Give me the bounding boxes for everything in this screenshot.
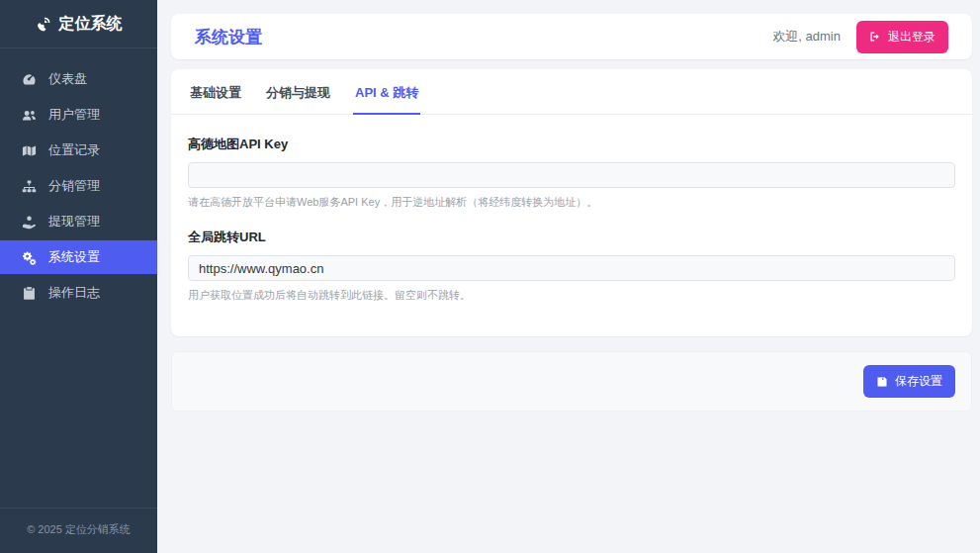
sidebar-item-settings[interactable]: 系统设置	[0, 240, 157, 274]
sidebar-item-label: 系统设置	[48, 248, 100, 266]
save-settings-button[interactable]: 保存设置	[863, 365, 955, 398]
redirect-url-field-group: 全局跳转URL 用户获取位置成功后将自动跳转到此链接。留空则不跳转。	[188, 229, 955, 303]
redirect-url-label: 全局跳转URL	[188, 229, 955, 246]
main-content: 系统设置 欢迎, admin 退出登录 基础设置 分销与提现 API & 跳转 …	[157, 0, 980, 553]
sign-out-icon	[869, 31, 881, 43]
save-icon	[876, 376, 888, 388]
app-logo: 定位系统	[0, 0, 157, 48]
save-button-label: 保存设置	[895, 373, 942, 390]
sidebar-menu: 仪表盘 用户管理 位置记录 分销管理 提现管理 系统设置 操作日志	[0, 48, 157, 507]
hand-holding-coin-icon	[22, 215, 37, 230]
amap-key-field-group: 高德地图API Key 请在高德开放平台申请Web服务API Key，用于逆地址…	[188, 136, 955, 210]
sidebar-item-label: 分销管理	[48, 177, 100, 195]
sidebar-item-label: 提现管理	[48, 213, 100, 230]
form-action-bar: 保存设置	[171, 351, 972, 412]
tab-basic-settings[interactable]: 基础设置	[188, 69, 243, 115]
sidebar-item-dashboard[interactable]: 仪表盘	[0, 62, 157, 96]
settings-tabs: 基础设置 分销与提现 API & 跳转	[171, 69, 972, 115]
gears-icon	[22, 250, 37, 265]
logout-button[interactable]: 退出登录	[856, 21, 948, 53]
redirect-url-help-text: 用户获取位置成功后将自动跳转到此链接。留空则不跳转。	[188, 288, 955, 303]
sidebar-item-withdrawals[interactable]: 提现管理	[0, 205, 157, 238]
logout-button-label: 退出登录	[888, 29, 935, 46]
sidebar-item-logs[interactable]: 操作日志	[0, 276, 157, 310]
redirect-url-input[interactable]	[188, 255, 955, 281]
sitemap-icon	[22, 179, 37, 194]
tab-distribution-withdrawal[interactable]: 分销与提现	[264, 69, 332, 115]
sidebar-item-label: 用户管理	[48, 106, 100, 124]
header-right: 欢迎, admin 退出登录	[772, 21, 948, 53]
sidebar-item-distribution[interactable]: 分销管理	[0, 169, 157, 203]
amap-key-input[interactable]	[188, 162, 955, 188]
sidebar: 定位系统 仪表盘 用户管理 位置记录 分销管理 提现管理 系统设置 操作日志	[0, 0, 157, 553]
sidebar-item-label: 位置记录	[48, 141, 100, 159]
amap-key-help-text: 请在高德开放平台申请Web服务API Key，用于逆地址解析（将经纬度转换为地址…	[188, 195, 955, 210]
sidebar-item-locations[interactable]: 位置记录	[0, 134, 157, 167]
app-title: 定位系统	[59, 14, 123, 35]
sidebar-item-users[interactable]: 用户管理	[0, 98, 157, 132]
settings-card: 基础设置 分销与提现 API & 跳转 高德地图API Key 请在高德开放平台…	[171, 69, 972, 336]
settings-form: 高德地图API Key 请在高德开放平台申请Web服务API Key，用于逆地址…	[171, 115, 972, 336]
sidebar-item-label: 仪表盘	[48, 70, 87, 88]
page-title: 系统设置	[195, 26, 262, 48]
amap-key-label: 高德地图API Key	[188, 136, 955, 153]
dashboard-icon	[22, 72, 37, 87]
sidebar-item-label: 操作日志	[48, 284, 100, 302]
tab-api-redirect[interactable]: API & 跳转	[353, 69, 420, 115]
satellite-dish-icon	[36, 16, 51, 32]
header-bar: 系统设置 欢迎, admin 退出登录	[171, 14, 972, 59]
sidebar-footer-copyright: © 2025 定位分销系统	[0, 507, 157, 553]
clipboard-icon	[22, 286, 37, 301]
map-icon	[22, 143, 37, 158]
users-icon	[22, 108, 37, 123]
welcome-text: 欢迎, admin	[772, 28, 841, 46]
